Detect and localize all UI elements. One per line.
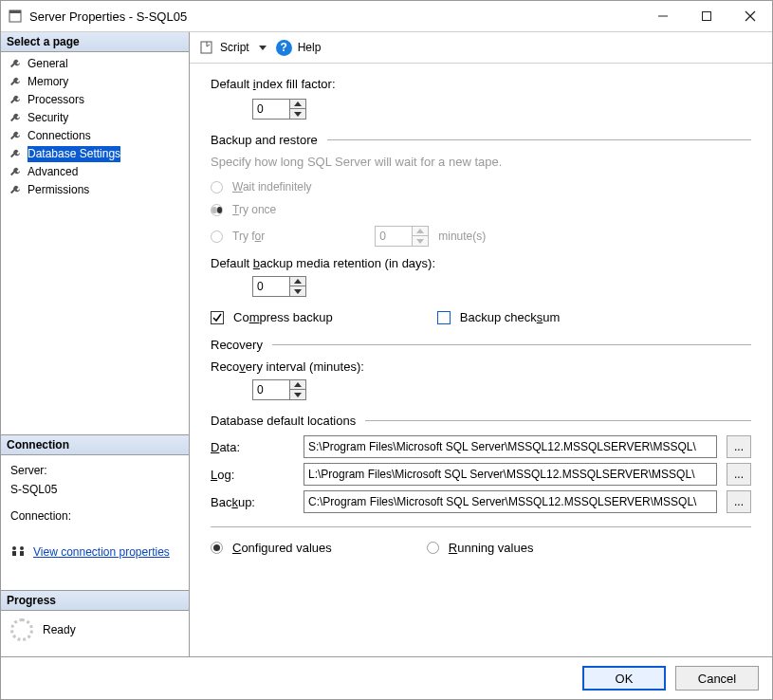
sidebar-item-label: General <box>28 56 68 72</box>
try-once-radio <box>211 204 223 216</box>
fill-factor-label: Default index fill factor: <box>211 77 751 91</box>
recovery-interval-label: Recovery interval (minutes): <box>211 359 751 374</box>
compress-backup-label: Compress backup <box>233 310 333 324</box>
fill-factor-spinner[interactable] <box>252 99 306 120</box>
wrench-icon <box>9 148 22 161</box>
svg-rect-8 <box>12 551 16 556</box>
script-button[interactable]: Script <box>199 40 270 55</box>
backup-checksum-checkbox[interactable] <box>437 311 451 324</box>
cancel-button[interactable]: Cancel <box>675 666 759 691</box>
sidebar-item-advanced[interactable]: Advanced <box>5 163 185 181</box>
help-label: Help <box>298 41 322 54</box>
minimize-button[interactable] <box>641 1 685 31</box>
ok-button[interactable]: OK <box>582 666 666 691</box>
sidebar-item-label: Advanced <box>28 164 78 180</box>
sidebar-item-memory[interactable]: Memory <box>5 73 185 91</box>
select-page-header: Select a page <box>1 32 189 52</box>
server-value: S-SQL05 <box>10 480 179 499</box>
svg-rect-1 <box>9 10 21 13</box>
connection-body: Server: S-SQL05 Connection: View connect… <box>1 455 189 590</box>
progress-status: Ready <box>43 623 76 636</box>
recovery-interval-spinner[interactable] <box>252 379 306 400</box>
wait-indefinitely-radio <box>211 181 223 193</box>
sidebar-item-label: Connections <box>28 128 91 144</box>
running-values-radio[interactable] <box>427 542 439 554</box>
spinner-up[interactable] <box>290 100 305 109</box>
retention-input[interactable] <box>253 277 289 296</box>
titlebar: Server Properties - S-SQL05 <box>1 1 772 32</box>
svg-rect-9 <box>20 551 24 556</box>
log-browse-button[interactable]: ... <box>727 463 751 486</box>
recovery-interval-input[interactable] <box>253 380 289 399</box>
spinner-down[interactable] <box>290 109 305 119</box>
wait-indefinitely-label: Wait indefinitely <box>232 180 312 193</box>
configured-values-label: Configured values <box>232 541 332 555</box>
data-browse-button[interactable]: ... <box>727 435 751 458</box>
maximize-button[interactable] <box>685 1 728 31</box>
wrench-icon <box>9 112 22 125</box>
backup-checksum-label: Backup checksum <box>460 310 561 324</box>
backup-path-input[interactable] <box>304 490 717 513</box>
chevron-down-icon <box>259 46 267 50</box>
sidebar: Select a page General Memory Processors … <box>1 32 190 656</box>
sidebar-item-connections[interactable]: Connections <box>5 127 185 145</box>
progress-panel: Progress Ready <box>1 590 189 656</box>
connection-label: Connection: <box>10 507 179 525</box>
svg-point-7 <box>20 546 24 550</box>
spinner-up[interactable] <box>290 277 305 286</box>
spinner-down[interactable] <box>290 390 305 399</box>
data-label: Data: <box>211 440 294 454</box>
backup-restore-header: Backup and restore <box>211 133 751 147</box>
toolbar: Script ? Help <box>190 32 772 64</box>
spinner-up <box>413 227 428 236</box>
wrench-icon <box>9 58 22 71</box>
try-for-label: Try for <box>232 230 265 243</box>
retention-spinner[interactable] <box>252 276 306 297</box>
backup-label: Backup: <box>211 495 294 509</box>
spinner-up[interactable] <box>290 380 305 390</box>
configured-values-radio[interactable] <box>211 542 223 554</box>
footer: OK Cancel <box>1 656 772 699</box>
sidebar-item-processors[interactable]: Processors <box>5 91 185 109</box>
connection-panel: Connection Server: S-SQL05 Connection: V… <box>1 434 189 590</box>
sidebar-item-database-settings[interactable]: Database Settings <box>5 145 185 163</box>
spinner-down <box>413 236 428 246</box>
sidebar-item-label: Permissions <box>28 182 89 198</box>
log-label: Log: <box>211 468 294 482</box>
fill-factor-input[interactable] <box>253 100 289 119</box>
wrench-icon <box>9 184 22 197</box>
help-button[interactable]: ? Help <box>276 40 322 56</box>
sidebar-item-security[interactable]: Security <box>5 109 185 127</box>
view-connection-properties-link[interactable]: View connection properties <box>33 543 170 562</box>
sidebar-item-permissions[interactable]: Permissions <box>5 181 185 199</box>
running-values-label: Running values <box>449 541 534 555</box>
help-icon: ? <box>276 40 292 56</box>
server-properties-window: Server Properties - S-SQL05 Select a pag… <box>0 0 773 700</box>
compress-backup-checkbox[interactable] <box>211 311 224 324</box>
wrench-icon <box>9 166 22 179</box>
try-once-label: Try once <box>232 203 276 216</box>
retention-label: Default backup media retention (in days)… <box>211 256 751 270</box>
data-path-input[interactable] <box>304 435 717 458</box>
wrench-icon <box>9 94 22 107</box>
svg-point-6 <box>12 546 16 550</box>
spinner-down[interactable] <box>290 286 305 296</box>
recovery-header: Recovery <box>211 338 751 352</box>
backup-browse-button[interactable]: ... <box>727 490 751 513</box>
sidebar-item-label: Memory <box>28 74 68 90</box>
log-path-input[interactable] <box>304 463 717 486</box>
progress-spinner-icon <box>10 618 33 641</box>
close-button[interactable] <box>728 1 772 31</box>
body: Select a page General Memory Processors … <box>1 32 772 656</box>
sidebar-item-label: Security <box>28 110 68 126</box>
script-label: Script <box>220 41 249 54</box>
locations-header: Database default locations <box>211 414 751 428</box>
try-for-unit: minute(s) <box>438 230 486 243</box>
app-icon <box>9 9 22 23</box>
progress-header: Progress <box>1 591 189 611</box>
script-icon <box>199 40 214 55</box>
try-for-spinner <box>375 226 429 247</box>
sidebar-item-label: Processors <box>28 92 84 108</box>
divider <box>211 526 751 527</box>
sidebar-item-general[interactable]: General <box>5 55 185 73</box>
